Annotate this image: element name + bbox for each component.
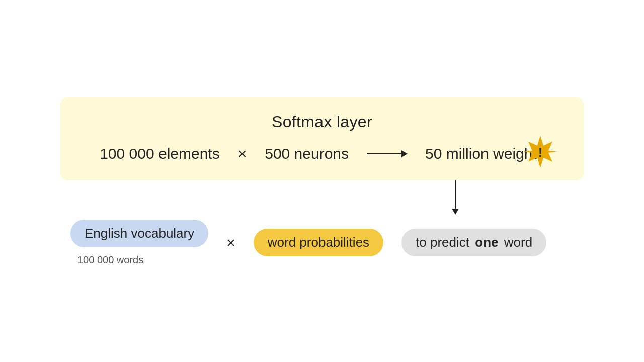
arrow-line — [367, 153, 407, 154]
warning-star-icon: ! — [523, 135, 557, 169]
elements-label: 100 000 elements — [100, 145, 220, 162]
warning-badge: ! — [523, 135, 557, 171]
down-arrow — [452, 180, 459, 216]
equation-row: 100 000 elements × 500 neurons 50 millio… — [91, 145, 553, 162]
box-title: Softmax layer — [272, 113, 372, 131]
predict-bold: one — [475, 235, 498, 250]
neurons-label: 500 neurons — [265, 145, 349, 162]
bottom-eq-row: English vocabulary 100 000 words × word … — [70, 216, 584, 266]
softmax-box: Softmax layer 100 000 elements × 500 neu… — [60, 97, 584, 180]
right-arrow — [367, 153, 407, 154]
arrow-down-line — [455, 180, 456, 209]
words-subtitle: 100 000 words — [70, 254, 208, 266]
arrow-down-tip — [452, 209, 459, 215]
vocab-pill: English vocabulary — [70, 220, 208, 247]
predict-pill: to predict one word — [401, 229, 546, 256]
multiply-sign-1: × — [238, 145, 247, 162]
multiply-sign-2: × — [226, 234, 235, 251]
bottom-section: English vocabulary 100 000 words × word … — [60, 180, 584, 266]
arrow-down-container — [70, 180, 584, 216]
svg-text:!: ! — [538, 145, 543, 160]
predict-prefix: to predict — [416, 235, 469, 250]
main-container: Softmax layer 100 000 elements × 500 neu… — [60, 97, 584, 266]
predict-suffix: word — [504, 235, 532, 250]
probs-pill: word probabilities — [254, 229, 383, 256]
